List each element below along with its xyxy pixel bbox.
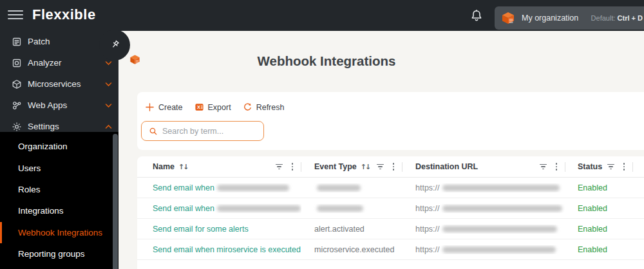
sidebar-item-organization[interactable]: Organization (0, 136, 118, 157)
create-button[interactable]: Create (145, 102, 183, 112)
redacted-text (442, 226, 557, 232)
svg-text:X: X (196, 104, 200, 110)
chevron-down-icon (105, 103, 112, 108)
organization-name: My organization (522, 14, 578, 23)
web-apps-nodes-icon (12, 100, 22, 111)
filter-icon[interactable] (376, 163, 384, 171)
plus-icon (145, 102, 155, 112)
sidebar-item-webhook-integrations[interactable]: Webhook Integrations (0, 222, 118, 243)
refresh-icon (243, 102, 252, 112)
column-header-status[interactable]: Status (565, 156, 633, 177)
chevron-up-icon (105, 124, 112, 129)
chevron-down-icon (105, 60, 112, 66)
sidebar-item-users[interactable]: Users (0, 157, 118, 178)
column-header-name[interactable]: Name ↑↓ (137, 156, 301, 177)
sidebar-item-integrations[interactable]: Integrations (0, 200, 118, 221)
redacted-text (442, 205, 562, 212)
brand-logo[interactable]: Flexxible (32, 6, 96, 23)
export-xlsx-icon: X (194, 102, 204, 112)
status-badge: Enabled (578, 204, 607, 213)
toolbar-card: Create X Export Refresh (137, 92, 644, 150)
filter-icon[interactable] (607, 163, 615, 171)
top-header: Flexxible My organization Default: Ctrl … (0, 0, 644, 31)
organization-box-icon (500, 10, 516, 26)
sidebar-item-roles[interactable]: Roles (0, 179, 118, 200)
sidebar-item-analyzer[interactable]: Analyzer (0, 52, 118, 73)
refresh-button[interactable]: Refresh (243, 102, 285, 112)
page-title: Webhook Integrations (258, 53, 396, 69)
redacted-text (442, 246, 556, 253)
settings-submenu: Organization Users Roles Integrations We… (0, 132, 118, 269)
table-row: Send email when https:// Enabled (137, 198, 644, 219)
redacted-text (317, 205, 363, 212)
webhook-name-link[interactable]: Send email for some alerts (153, 225, 249, 234)
search-icon (149, 127, 158, 136)
search-input[interactable] (162, 127, 263, 136)
table-header-row: Name ↑↓ Event Type ↑↓ Destination URL (137, 156, 644, 178)
filter-icon[interactable] (275, 163, 283, 171)
redacted-text (442, 185, 560, 191)
sidebar-item-reporting-groups[interactable]: Reporting groups (0, 243, 118, 264)
sidebar-scrollbar-thumb[interactable] (113, 134, 118, 269)
sort-icon[interactable]: ↑↓ (178, 163, 187, 171)
webhooks-table: Name ↑↓ Event Type ↑↓ Destination URL (137, 156, 644, 269)
gear-icon (12, 122, 22, 132)
sidebar-item-web-apps[interactable]: Web Apps (0, 95, 118, 116)
sort-icon[interactable]: ↑↓ (361, 163, 370, 171)
redacted-text (317, 185, 361, 191)
notifications-bell-icon[interactable] (469, 8, 484, 24)
status-badge: Enabled (578, 245, 607, 254)
column-header-destination-url[interactable]: Destination URL (402, 156, 565, 177)
webhook-name-link[interactable]: Send email when (153, 204, 301, 213)
column-menu-icon[interactable] (553, 163, 560, 171)
status-badge: Enabled (578, 183, 607, 192)
webhook-name-link[interactable]: Send email when miroservice is executed (153, 245, 301, 254)
search-box (141, 121, 264, 141)
analyzer-icon (12, 58, 22, 68)
organization-shortcut: Default: Ctrl + D (591, 14, 643, 22)
column-menu-icon[interactable] (390, 163, 397, 171)
redacted-text (217, 185, 289, 191)
hamburger-menu-icon[interactable] (8, 10, 23, 21)
redacted-text (217, 205, 301, 212)
main-content: Webhook Integrations Create X Export (118, 31, 644, 269)
sidebar-nav: Patch Analyzer Microservices Web Apps Se… (0, 31, 118, 269)
column-header-event-type[interactable]: Event Type ↑↓ (301, 156, 402, 177)
column-menu-icon[interactable] (289, 163, 296, 171)
organization-switcher[interactable]: My organization Default: Ctrl + D (495, 6, 644, 30)
table-row: Send email for some alerts alert.activat… (137, 219, 644, 239)
patch-icon (12, 37, 22, 47)
filter-icon[interactable] (539, 163, 547, 171)
webhook-integrations-page-icon (129, 53, 141, 66)
microservices-cube-icon (12, 79, 22, 89)
column-menu-icon[interactable] (621, 163, 627, 171)
export-button[interactable]: X Export (194, 102, 231, 112)
table-row: Send email when miroservice is executed … (137, 239, 644, 260)
status-badge: Enabled (578, 225, 607, 234)
sidebar-item-microservices[interactable]: Microservices (0, 73, 118, 95)
table-row: Send email when https:// Enabled (137, 178, 644, 198)
pin-icon (110, 39, 120, 50)
sidebar-pin-button[interactable] (99, 30, 130, 60)
column-divider (632, 162, 633, 172)
webhook-name-link[interactable]: Send email when (153, 183, 289, 192)
chevron-down-icon (105, 82, 112, 87)
